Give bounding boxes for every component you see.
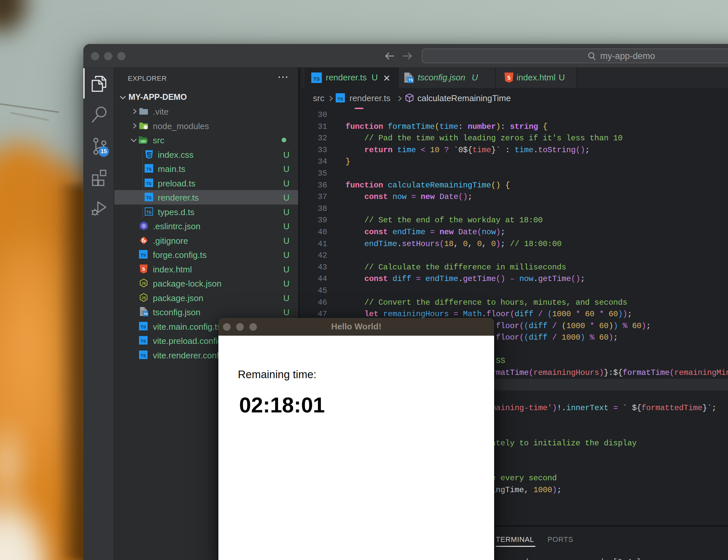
svg-text:TS: TS bbox=[141, 253, 146, 258]
svg-text:JS: JS bbox=[141, 296, 146, 300]
svg-text:JS: JS bbox=[141, 281, 146, 285]
svg-text:TS: TS bbox=[141, 353, 146, 358]
svg-text:</>: </> bbox=[141, 139, 146, 143]
svg-text:TS: TS bbox=[146, 210, 151, 214]
svg-text:TS: TS bbox=[141, 339, 146, 344]
svg-text:TS: TS bbox=[141, 325, 146, 329]
svg-text:TS: TS bbox=[146, 182, 152, 186]
svg-text:TS: TS bbox=[337, 97, 343, 101]
svg-text:TS: TS bbox=[144, 312, 148, 316]
svg-text:TS: TS bbox=[313, 76, 320, 82]
svg-text:5: 5 bbox=[507, 75, 510, 81]
svg-text:TS: TS bbox=[146, 167, 152, 172]
svg-text:TS: TS bbox=[146, 196, 152, 200]
svg-text:TS: TS bbox=[408, 78, 413, 82]
svg-text:5: 5 bbox=[142, 266, 145, 272]
